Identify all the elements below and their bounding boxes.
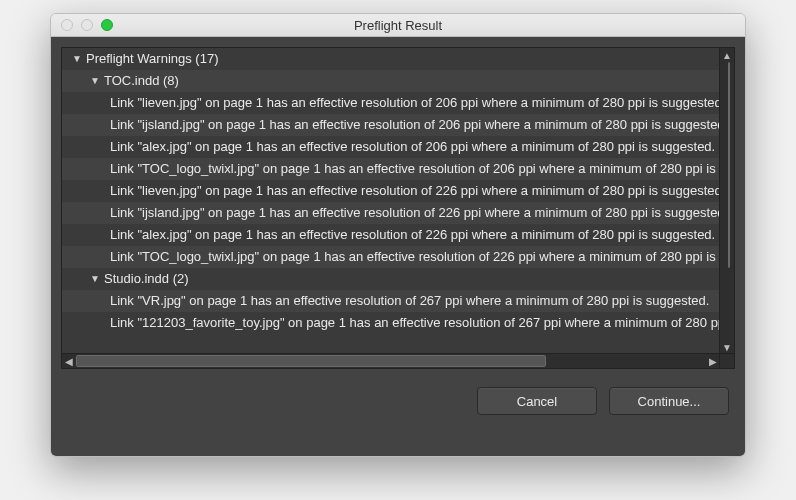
cancel-button[interactable]: Cancel — [477, 387, 597, 415]
row-label: Link "ijsland.jpg" on page 1 has an effe… — [110, 117, 720, 132]
row-label: Link "alex.jpg" on page 1 has an effecti… — [110, 227, 715, 242]
disclosure-triangle-icon[interactable]: ▼ — [90, 268, 100, 290]
continue-button[interactable]: Continue... — [609, 387, 729, 415]
scrollbar-corner — [719, 353, 734, 368]
button-label: Continue... — [638, 394, 701, 409]
vertical-scroll-thumb[interactable] — [728, 62, 730, 268]
row-label: Link "alex.jpg" on page 1 has an effecti… — [110, 139, 715, 154]
tree-item-row[interactable]: Link "alex.jpg" on page 1 has an effecti… — [62, 224, 720, 246]
dialog-buttons: Cancel Continue... — [61, 387, 735, 415]
row-label: Link "TOC_logo_twixl.jpg" on page 1 has … — [110, 161, 720, 176]
tree-item-row[interactable]: Link "ijsland.jpg" on page 1 has an effe… — [62, 114, 720, 136]
horizontal-scroll-thumb[interactable] — [76, 355, 546, 367]
dialog-window: Preflight Result ▼Preflight Warnings (17… — [50, 13, 746, 457]
tree-item-row[interactable]: Link "TOC_logo_twixl.jpg" on page 1 has … — [62, 158, 720, 180]
tree-item-row[interactable]: Link "alex.jpg" on page 1 has an effecti… — [62, 136, 720, 158]
tree-item-row[interactable]: Link "lieven.jpg" on page 1 has an effec… — [62, 92, 720, 114]
row-label: Preflight Warnings (17) — [86, 51, 218, 66]
horizontal-scrollbar[interactable]: ◀ ▶ — [62, 353, 720, 368]
close-icon[interactable] — [61, 19, 73, 31]
scroll-up-icon[interactable]: ▲ — [720, 48, 734, 62]
row-label: Link "lieven.jpg" on page 1 has an effec… — [110, 183, 720, 198]
tree-group-row[interactable]: ▼TOC.indd (8) — [62, 70, 720, 92]
row-label: Link "lieven.jpg" on page 1 has an effec… — [110, 95, 720, 110]
tree-item-row[interactable]: Link "ijsland.jpg" on page 1 has an effe… — [62, 202, 720, 224]
vertical-scrollbar[interactable]: ▲ ▼ — [719, 48, 734, 354]
tree-group-row[interactable]: ▼Studio.indd (2) — [62, 268, 720, 290]
scroll-right-icon[interactable]: ▶ — [706, 354, 720, 368]
row-label: Link "TOC_logo_twixl.jpg" on page 1 has … — [110, 249, 720, 264]
zoom-icon[interactable] — [101, 19, 113, 31]
row-label: Link "ijsland.jpg" on page 1 has an effe… — [110, 205, 720, 220]
tree-item-row[interactable]: Link "VR.jpg" on page 1 has an effective… — [62, 290, 720, 312]
title-bar: Preflight Result — [51, 14, 745, 37]
window-title: Preflight Result — [51, 18, 745, 33]
disclosure-triangle-icon[interactable]: ▼ — [72, 48, 82, 70]
disclosure-triangle-icon[interactable]: ▼ — [90, 70, 100, 92]
warnings-panel: ▼Preflight Warnings (17)▼TOC.indd (8)Lin… — [61, 47, 735, 369]
warnings-tree[interactable]: ▼Preflight Warnings (17)▼TOC.indd (8)Lin… — [62, 48, 720, 354]
horizontal-scroll-track[interactable] — [76, 354, 706, 368]
row-label: Studio.indd (2) — [104, 271, 189, 286]
scroll-down-icon[interactable]: ▼ — [720, 340, 734, 354]
tree-item-row[interactable]: Link "lieven.jpg" on page 1 has an effec… — [62, 180, 720, 202]
tree-item-row[interactable]: Link "121203_favorite_toy.jpg" on page 1… — [62, 312, 720, 334]
minimize-icon[interactable] — [81, 19, 93, 31]
window-controls — [51, 19, 113, 31]
button-label: Cancel — [517, 394, 557, 409]
row-label: Link "121203_favorite_toy.jpg" on page 1… — [110, 315, 720, 330]
scroll-left-icon[interactable]: ◀ — [62, 354, 76, 368]
dialog-content: ▼Preflight Warnings (17)▼TOC.indd (8)Lin… — [51, 37, 745, 457]
tree-item-row[interactable]: Link "TOC_logo_twixl.jpg" on page 1 has … — [62, 246, 720, 268]
row-label: Link "VR.jpg" on page 1 has an effective… — [110, 293, 709, 308]
row-label: TOC.indd (8) — [104, 73, 179, 88]
tree-group-row[interactable]: ▼Preflight Warnings (17) — [62, 48, 720, 70]
